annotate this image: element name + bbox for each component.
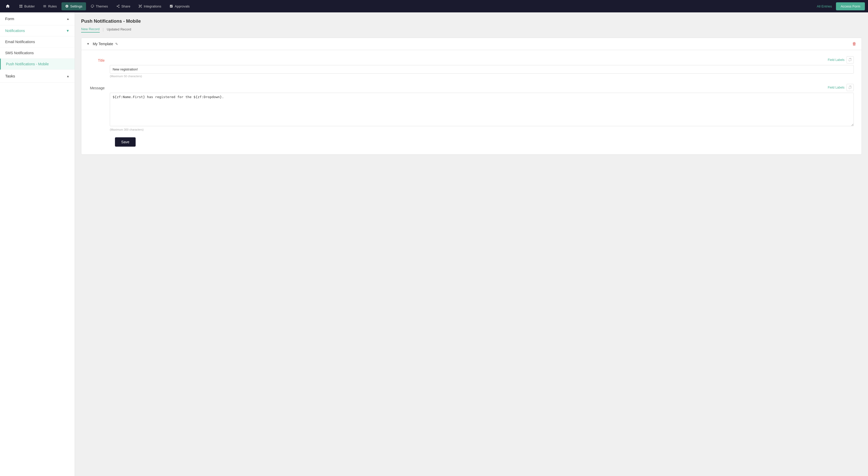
sidebar-item-email-notifications[interactable]: Email Notifications bbox=[0, 36, 75, 47]
collapse-button[interactable]: ▼ bbox=[87, 42, 90, 46]
template-header: ▼ My Template ✎ 🗑 bbox=[82, 38, 862, 50]
edit-template-icon[interactable]: ✎ bbox=[115, 42, 118, 46]
form-chevron-icon: ▲ bbox=[66, 17, 69, 21]
nav-item-builder[interactable]: Builder bbox=[16, 2, 38, 10]
tasks-section-label: Tasks bbox=[5, 74, 15, 78]
message-content: Field Labels ${zf:Name.First} has regist… bbox=[110, 84, 854, 131]
record-tabs: New Record | Updated Record bbox=[81, 26, 862, 33]
access-form-button[interactable]: Access Form bbox=[836, 2, 865, 10]
notifications-label: Notifications bbox=[5, 29, 25, 33]
message-label: Message bbox=[89, 84, 110, 131]
sidebar-item-push-notifications-mobile[interactable]: Push Notifications - Mobile bbox=[0, 59, 75, 70]
nav-item-approvals[interactable]: Approvals bbox=[166, 2, 193, 10]
title-field-actions: Field Labels bbox=[110, 56, 854, 64]
tasks-chevron-icon: ▲ bbox=[66, 74, 69, 78]
title-input[interactable] bbox=[110, 65, 854, 74]
message-textarea[interactable]: ${zf:Name.First} has registered for the … bbox=[110, 93, 854, 126]
all-entries-link[interactable]: All Entries bbox=[817, 4, 832, 8]
tab-updated-record[interactable]: Updated Record bbox=[107, 26, 131, 32]
save-area: Save bbox=[89, 137, 854, 147]
form-section-label: Form bbox=[5, 16, 14, 21]
nav-item-rules[interactable]: Rules bbox=[39, 2, 60, 10]
message-field-row: Message Field Labels ${zf:Name.First} ha… bbox=[89, 84, 854, 131]
tab-separator: | bbox=[103, 27, 104, 32]
sidebar-tasks-section[interactable]: Tasks ▲ bbox=[0, 70, 75, 82]
nav-item-themes[interactable]: Themes bbox=[87, 2, 112, 10]
top-navigation: Builder Rules Settings Themes Share Inte… bbox=[0, 0, 868, 12]
title-label: Title bbox=[89, 56, 110, 78]
save-button[interactable]: Save bbox=[115, 137, 135, 147]
nav-item-share[interactable]: Share bbox=[113, 2, 134, 10]
main-content: Push Notifications - Mobile New Record |… bbox=[75, 12, 868, 476]
nav-item-settings[interactable]: Settings bbox=[61, 2, 86, 10]
tab-new-record[interactable]: New Record bbox=[81, 26, 100, 33]
home-button[interactable] bbox=[3, 2, 12, 11]
sidebar-form-section[interactable]: Form ▲ bbox=[0, 12, 75, 25]
title-insert-icon[interactable] bbox=[846, 56, 854, 64]
notifications-chevron-icon: ▼ bbox=[66, 29, 69, 33]
title-field-labels-link[interactable]: Field Labels bbox=[828, 58, 844, 62]
template-name: My Template ✎ bbox=[93, 42, 850, 46]
sidebar-item-sms-notifications[interactable]: SMS Notifications bbox=[0, 47, 75, 59]
title-content: Field Labels (Maximum 50 characters) bbox=[110, 56, 854, 78]
sidebar-notifications-section[interactable]: Notifications ▼ bbox=[0, 25, 75, 36]
message-insert-icon[interactable] bbox=[846, 84, 854, 91]
template-card: ▼ My Template ✎ 🗑 Title Field Labels bbox=[81, 38, 862, 155]
page-title: Push Notifications - Mobile bbox=[81, 19, 862, 24]
sidebar: Form ▲ Notifications ▼ Email Notificatio… bbox=[0, 12, 75, 476]
main-layout: Form ▲ Notifications ▼ Email Notificatio… bbox=[0, 12, 868, 476]
nav-item-integrations[interactable]: Integrations bbox=[135, 2, 165, 10]
delete-template-icon[interactable]: 🗑 bbox=[852, 41, 857, 46]
title-hint: (Maximum 50 characters) bbox=[110, 75, 854, 78]
title-field-row: Title Field Labels (Maximum 50 character… bbox=[89, 56, 854, 78]
message-hint: (Maximum 300 characters) bbox=[110, 128, 854, 131]
message-field-actions: Field Labels bbox=[110, 84, 854, 91]
message-field-labels-link[interactable]: Field Labels bbox=[828, 86, 844, 89]
template-body: Title Field Labels (Maximum 50 character… bbox=[82, 50, 862, 155]
